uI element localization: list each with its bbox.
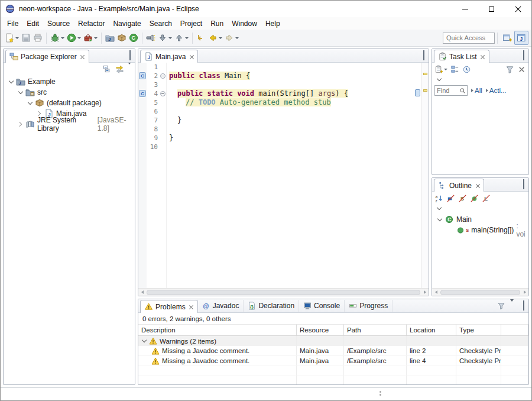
filter-all-link[interactable]: All: [471, 87, 482, 94]
chevron-down-icon[interactable]: [436, 206, 442, 211]
editor-tab-main-java[interactable]: J Main.java: [140, 50, 198, 63]
filter-tasks-button[interactable]: [505, 65, 514, 74]
new-java-project-button[interactable]: J: [104, 31, 116, 45]
menu-edit[interactable]: Edit: [22, 18, 43, 29]
overview-warning-mark[interactable]: [423, 73, 427, 75]
close-view-icon[interactable]: [481, 54, 485, 59]
new-wizard-button[interactable]: [4, 31, 20, 45]
problem-row[interactable]: Missing a Javadoc comment. Main.java /Ex…: [138, 346, 528, 356]
chevron-down-icon[interactable]: [18, 90, 23, 95]
overview-ruler[interactable]: [421, 63, 429, 288]
link-with-editor-button[interactable]: [115, 64, 124, 73]
filters-button[interactable]: [497, 302, 505, 310]
chevron-down-icon[interactable]: [8, 79, 14, 85]
warnings-group-row[interactable]: Warnings (2 items): [138, 336, 528, 346]
quick-access-box[interactable]: Quick Access: [443, 33, 495, 44]
print-button[interactable]: [32, 31, 44, 45]
categorized-view-button[interactable]: [450, 65, 459, 74]
code-line[interactable]: [169, 143, 421, 151]
editor-horizontal-scrollbar[interactable]: [138, 288, 429, 296]
close-button[interactable]: [505, 1, 531, 17]
scroll-left-arrow[interactable]: [432, 289, 440, 296]
collapse-fold-icon[interactable]: [160, 73, 166, 79]
code-line[interactable]: }: [169, 134, 421, 143]
hide-local-types-button[interactable]: L: [482, 194, 491, 203]
menu-file[interactable]: File: [3, 18, 22, 29]
search-button[interactable]: [145, 31, 157, 45]
menu-source[interactable]: Source: [43, 18, 74, 29]
tree-item-default-package[interactable]: (default package): [4, 98, 135, 108]
chevron-right-icon[interactable]: [37, 111, 42, 117]
hide-non-public-button[interactable]: [470, 194, 479, 203]
forward-button[interactable]: [223, 31, 240, 45]
outline-tab[interactable]: Outline: [434, 179, 484, 192]
scroll-right-arrow[interactable]: [521, 289, 528, 296]
maximize-button[interactable]: [478, 1, 505, 17]
close-view-icon[interactable]: [80, 54, 85, 59]
code-line[interactable]: public static void main(String[] args) {: [169, 89, 421, 98]
code-editor[interactable]: public class Main { public static void m…: [167, 63, 421, 288]
open-perspective-button[interactable]: [500, 31, 514, 45]
overview-warning-mark[interactable]: [423, 89, 427, 92]
menu-window[interactable]: Window: [228, 18, 261, 29]
code-line[interactable]: public class Main {: [169, 72, 421, 80]
outline-horizontal-scrollbar[interactable]: [432, 288, 528, 296]
view-menu-button[interactable]: [510, 302, 514, 310]
code-line[interactable]: [169, 80, 421, 89]
hide-fields-button[interactable]: [446, 194, 455, 203]
column-header-type[interactable]: Type: [456, 324, 501, 336]
menu-help[interactable]: Help: [261, 18, 284, 29]
scrollbar-thumb[interactable]: [440, 290, 520, 295]
collapse-all-button[interactable]: [103, 64, 112, 73]
previous-annotation-button[interactable]: [173, 31, 190, 45]
chevron-down-icon[interactable]: [437, 217, 442, 222]
annotation-ruler[interactable]: C C: [138, 63, 147, 288]
scroll-right-arrow[interactable]: [421, 289, 429, 296]
tab-problems[interactable]: Problems: [140, 300, 198, 313]
tab-console[interactable]: Console: [299, 300, 345, 312]
task-list-tab[interactable]: Task List: [434, 50, 489, 63]
tab-declaration[interactable]: {} Declaration: [244, 300, 299, 312]
maximize-view-button[interactable]: [523, 180, 524, 189]
collapse-fold-icon[interactable]: [160, 91, 166, 96]
find-box[interactable]: [434, 85, 468, 96]
close-editor-icon[interactable]: [189, 54, 194, 59]
maximize-view-button[interactable]: [523, 302, 524, 310]
scheduled-view-button[interactable]: [462, 65, 471, 74]
chevron-down-icon[interactable]: [436, 77, 442, 82]
tab-javadoc[interactable]: @ Javadoc: [198, 300, 244, 312]
chevron-down-icon[interactable]: [141, 338, 147, 344]
code-line[interactable]: // TODO Auto-generated method stub: [169, 98, 421, 107]
hide-static-members-button[interactable]: S: [458, 194, 467, 203]
sort-button[interactable]: az: [434, 194, 443, 203]
tab-progress[interactable]: Progress: [345, 300, 392, 312]
menu-navigate[interactable]: Navigate: [109, 18, 145, 29]
column-header-resource[interactable]: Resource: [297, 324, 344, 336]
filter-activate-link[interactable]: Acti...: [486, 87, 507, 94]
column-header-path[interactable]: Path: [344, 324, 407, 336]
code-line[interactable]: [169, 63, 421, 72]
new-java-class-button[interactable]: C: [128, 31, 140, 45]
maximize-editor-button[interactable]: [423, 51, 424, 60]
chevron-down-icon[interactable]: [27, 101, 33, 106]
run-button[interactable]: [66, 31, 82, 45]
outline-item-method[interactable]: S main(String[]) : voi: [432, 225, 528, 235]
save-button[interactable]: [20, 31, 32, 45]
code-line[interactable]: [169, 107, 421, 116]
back-button[interactable]: [207, 31, 223, 45]
new-java-package-button[interactable]: [116, 31, 128, 45]
column-header-location[interactable]: Location: [407, 324, 456, 336]
java-perspective-button[interactable]: J: [514, 31, 528, 45]
menu-refactor[interactable]: Refactor: [74, 18, 109, 29]
debug-button[interactable]: [49, 31, 66, 45]
close-view-icon[interactable]: [189, 305, 194, 309]
last-edit-location-button[interactable]: [195, 31, 207, 45]
chevron-right-icon[interactable]: [18, 122, 23, 127]
menu-search[interactable]: Search: [145, 18, 176, 29]
new-task-button[interactable]: [434, 65, 447, 74]
menu-run[interactable]: Run: [206, 18, 228, 29]
scroll-left-arrow[interactable]: [138, 289, 146, 296]
package-explorer-tab[interactable]: Package Explorer: [5, 50, 89, 63]
menu-project[interactable]: Project: [176, 18, 206, 29]
scrollbar-thumb[interactable]: [147, 290, 420, 295]
